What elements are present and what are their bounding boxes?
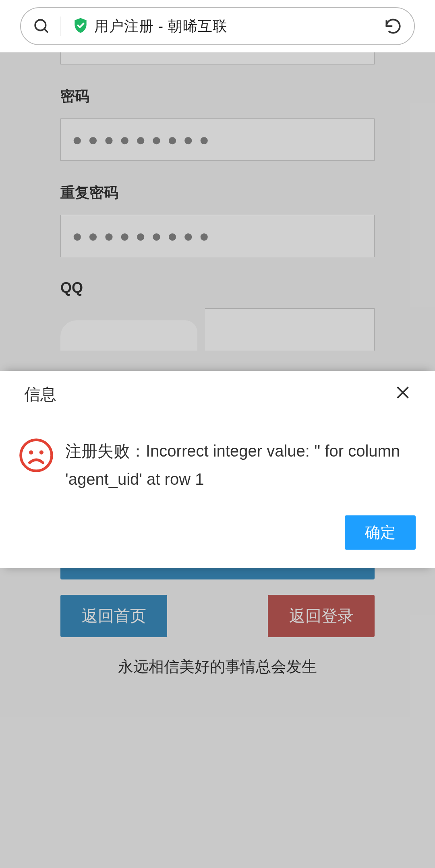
reload-icon[interactable] bbox=[384, 17, 402, 35]
modal-body: 注册失败：Incorrect integer value: '' for col… bbox=[0, 418, 435, 503]
sad-face-icon bbox=[19, 438, 54, 475]
url-pill[interactable]: 用户注册 - 朝晞互联 bbox=[20, 7, 415, 45]
svg-point-0 bbox=[35, 20, 46, 30]
page-title: 用户注册 - 朝晞互联 bbox=[94, 17, 228, 36]
browser-address-bar: 用户注册 - 朝晞互联 bbox=[0, 0, 435, 52]
page-content: 密码 ●●●●●●●●● 重复密码 ●●●●●●●●● QQ 立即注册 找回密码… bbox=[0, 52, 435, 868]
close-icon[interactable] bbox=[395, 384, 411, 405]
modal-footer: 确定 bbox=[0, 503, 435, 568]
modal-message: 注册失败：Incorrect integer value: '' for col… bbox=[65, 437, 411, 493]
secure-shield-icon bbox=[72, 17, 89, 36]
info-modal: 信息 注册失败：Incorrect integer value: '' for … bbox=[0, 371, 435, 568]
svg-line-1 bbox=[44, 29, 48, 33]
search-icon[interactable] bbox=[33, 17, 60, 36]
svg-point-4 bbox=[21, 440, 52, 471]
modal-title: 信息 bbox=[24, 383, 56, 405]
site-info: 用户注册 - 朝晞互联 bbox=[60, 17, 384, 36]
modal-header: 信息 bbox=[0, 371, 435, 418]
svg-point-6 bbox=[39, 451, 44, 455]
svg-point-5 bbox=[29, 451, 33, 455]
confirm-button[interactable]: 确定 bbox=[345, 515, 416, 550]
